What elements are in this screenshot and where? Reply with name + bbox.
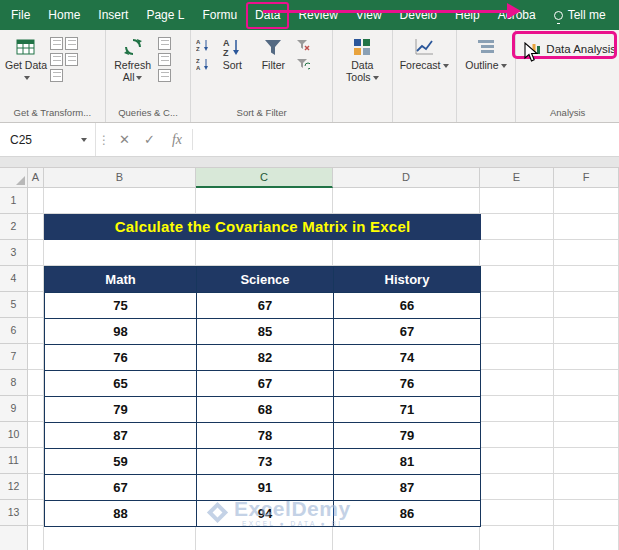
cancel-icon[interactable]: ✕: [112, 123, 137, 156]
cell-A7[interactable]: [28, 344, 44, 370]
table-cell[interactable]: 76: [45, 345, 197, 371]
cell-A9[interactable]: [28, 396, 44, 422]
cell-E10[interactable]: [480, 422, 554, 448]
table-header-science[interactable]: Science: [197, 267, 334, 293]
table-cell[interactable]: 78: [197, 423, 334, 449]
tab-data[interactable]: Data: [246, 2, 289, 29]
tab-develo[interactable]: Develo: [391, 0, 446, 30]
row-header-13[interactable]: 13: [0, 500, 28, 526]
table-header-math[interactable]: Math: [45, 267, 197, 293]
tab-home[interactable]: Home: [39, 0, 89, 30]
outline-button[interactable]: Outline: [463, 33, 509, 71]
tab-help[interactable]: Help: [446, 0, 489, 30]
tab-page-l[interactable]: Page L: [137, 0, 193, 30]
forecast-button[interactable]: Forecast: [398, 33, 450, 71]
table-cell[interactable]: 67: [197, 293, 334, 319]
reapply-filter-icon[interactable]: [295, 56, 311, 72]
cell-E3[interactable]: [480, 240, 554, 266]
worksheet-title[interactable]: Calculate the Covariance Matrix in Excel: [44, 214, 481, 240]
tab-view[interactable]: View: [347, 0, 391, 30]
cell-F5[interactable]: [554, 292, 619, 318]
name-box[interactable]: C25: [0, 123, 96, 156]
cell-A11[interactable]: [28, 448, 44, 474]
document-icon[interactable]: [65, 37, 78, 50]
formula-input[interactable]: [193, 123, 619, 156]
column-header-e[interactable]: E: [480, 168, 554, 188]
table-cell[interactable]: 59: [45, 449, 197, 475]
cell-A6[interactable]: [28, 318, 44, 344]
table-cell[interactable]: 79: [45, 397, 197, 423]
row-header-10[interactable]: 10: [0, 422, 28, 448]
table-cell[interactable]: 75: [45, 293, 197, 319]
refresh-all-button[interactable]: Refresh All: [109, 33, 157, 83]
table-cell[interactable]: 81: [334, 449, 481, 475]
row-header-4[interactable]: 4: [0, 266, 28, 292]
cell-A10[interactable]: [28, 422, 44, 448]
cell-E1[interactable]: [480, 188, 554, 214]
table-cell[interactable]: 67: [45, 475, 197, 501]
connections-icon[interactable]: [158, 69, 171, 82]
cell-D3[interactable]: [333, 240, 480, 266]
cell-A13[interactable]: [28, 500, 44, 526]
enter-icon[interactable]: ✓: [137, 123, 162, 156]
table-cell[interactable]: 85: [197, 319, 334, 345]
cell-F13[interactable]: [554, 500, 619, 526]
cell-F2[interactable]: [554, 214, 619, 240]
edit-links-icon[interactable]: [158, 53, 171, 66]
column-header-c[interactable]: C: [196, 168, 333, 188]
table-cell[interactable]: 65: [45, 371, 197, 397]
cell-E11[interactable]: [480, 448, 554, 474]
select-all-corner[interactable]: [0, 168, 28, 188]
cell-D1[interactable]: [333, 188, 480, 214]
cell-A5[interactable]: [28, 292, 44, 318]
table-cell[interactable]: 94: [197, 501, 334, 527]
filter-button[interactable]: Filter: [252, 33, 294, 71]
table-cell[interactable]: 82: [197, 345, 334, 371]
column-header-b[interactable]: B: [44, 168, 196, 188]
data-tools-button[interactable]: Data Tools: [339, 33, 385, 83]
tab-formu[interactable]: Formu: [193, 0, 246, 30]
cell-F3[interactable]: [554, 240, 619, 266]
table-cell[interactable]: 68: [197, 397, 334, 423]
cell-F10[interactable]: [554, 422, 619, 448]
table-cell[interactable]: 71: [334, 397, 481, 423]
cell-F11[interactable]: [554, 448, 619, 474]
cell-A1[interactable]: [28, 188, 44, 214]
cell-C1[interactable]: [196, 188, 333, 214]
cell-E7[interactable]: [480, 344, 554, 370]
properties-icon[interactable]: [158, 37, 171, 50]
tab-file[interactable]: File: [2, 0, 39, 30]
row-header-6[interactable]: 6: [0, 318, 28, 344]
column-header-a[interactable]: A: [28, 168, 44, 188]
table-cell[interactable]: 67: [334, 319, 481, 345]
cell-E12[interactable]: [480, 474, 554, 500]
sort-za-icon[interactable]: ZA: [195, 56, 211, 72]
cell-F9[interactable]: [554, 396, 619, 422]
tab-insert[interactable]: Insert: [89, 0, 137, 30]
row-header-7[interactable]: 7: [0, 344, 28, 370]
cell-B3[interactable]: [44, 240, 196, 266]
cell-E13[interactable]: [480, 500, 554, 526]
row-header-9[interactable]: 9: [0, 396, 28, 422]
row-header-3[interactable]: 3: [0, 240, 28, 266]
table-cell[interactable]: 87: [334, 475, 481, 501]
document-icon[interactable]: [50, 69, 63, 82]
clear-filter-icon[interactable]: [295, 37, 311, 53]
table-cell[interactable]: 79: [334, 423, 481, 449]
cell-F8[interactable]: [554, 370, 619, 396]
cell-F7[interactable]: [554, 344, 619, 370]
cell-C3[interactable]: [196, 240, 333, 266]
table-cell[interactable]: 98: [45, 319, 197, 345]
column-header-f[interactable]: F: [554, 168, 619, 188]
cell-A12[interactable]: [28, 474, 44, 500]
tab-review[interactable]: Review: [289, 0, 346, 30]
table-cell[interactable]: 76: [334, 371, 481, 397]
table-header-history[interactable]: History: [334, 267, 481, 293]
cell-E4[interactable]: [480, 266, 554, 292]
cell-E8[interactable]: [480, 370, 554, 396]
cell-E6[interactable]: [480, 318, 554, 344]
cell-F6[interactable]: [554, 318, 619, 344]
column-header-d[interactable]: D: [333, 168, 480, 188]
row-header-12[interactable]: 12: [0, 474, 28, 500]
cell-A3[interactable]: [28, 240, 44, 266]
